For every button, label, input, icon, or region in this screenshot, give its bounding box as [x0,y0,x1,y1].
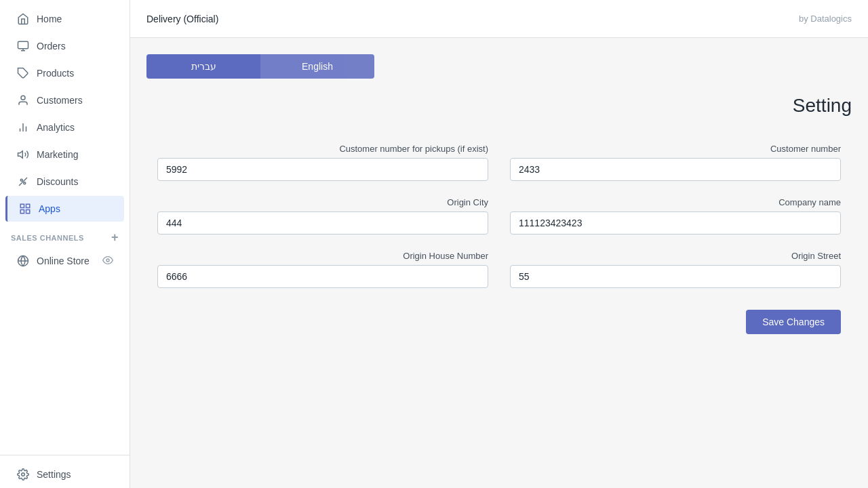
svg-rect-14 [26,210,30,214]
company-name-group: Company name [499,192,852,245]
sidebar-item-apps[interactable]: Apps [5,196,124,222]
origin-street-group: Origin Street [499,245,852,299]
settings-icon [16,468,30,481]
save-changes-button[interactable]: Save Changes [746,310,841,334]
svg-point-19 [22,473,25,476]
header-byline: by Datalogics [799,14,852,24]
sidebar-item-customers[interactable]: Customers [5,87,124,113]
company-name-input[interactable] [510,211,841,235]
sidebar-item-customers-label: Customers [37,95,83,106]
svg-point-9 [20,179,22,181]
sidebar-item-analytics-label: Analytics [37,122,75,133]
content-area: עברית English Setting Customer number fo… [130,38,868,488]
save-button-row: Save Changes [146,299,852,334]
online-store-eye-icon[interactable] [102,255,113,268]
english-tab[interactable]: English [260,54,374,79]
sidebar-item-settings[interactable]: Settings [5,462,124,487]
discounts-icon [16,175,30,188]
sidebar-item-home-label: Home [37,14,62,24]
sidebar-item-discounts[interactable]: Discounts [5,169,124,195]
svg-point-10 [24,182,26,184]
language-tabs: עברית English [146,54,374,79]
sidebar-item-orders[interactable]: Orders [5,33,124,59]
add-sales-channel-button[interactable]: + [111,230,119,245]
customer-number-pickups-label: Customer number for pickups (if exist) [157,144,488,154]
origin-street-input[interactable] [510,265,841,288]
apps-icon [18,202,32,216]
customer-number-input[interactable] [510,158,841,181]
sidebar-item-settings-label: Settings [37,469,71,480]
sidebar-item-home[interactable]: Home [5,6,124,32]
online-store-icon [16,254,30,268]
svg-marker-8 [18,151,23,159]
sidebar: Home Orders Products Customers Analytics… [0,0,130,488]
header: Delivery (Official) by Datalogics [130,0,868,38]
sidebar-item-marketing-label: Marketing [37,149,78,160]
origin-house-number-group: Origin House Number [146,245,499,299]
home-icon [16,12,30,26]
svg-point-4 [21,96,25,100]
sales-channels-section: SALES CHANNELS + [0,222,130,247]
setting-title: Setting [146,95,852,117]
origin-city-label: Origin City [157,197,488,207]
customer-number-pickups-group: Customer number for pickups (if exist) [146,138,499,192]
svg-rect-15 [20,210,24,214]
sidebar-item-analytics[interactable]: Analytics [5,115,124,140]
online-store-label: Online Store [37,256,90,266]
sidebar-bottom: Settings [0,455,130,488]
analytics-icon [16,121,30,134]
origin-house-number-input[interactable] [157,265,488,288]
sidebar-item-discounts-label: Discounts [37,176,78,187]
sidebar-item-marketing[interactable]: Marketing [5,142,124,167]
svg-rect-13 [26,204,30,207]
origin-street-label: Origin Street [510,251,841,261]
customer-number-label: Customer number [510,144,841,154]
customer-number-pickups-input[interactable] [157,158,488,181]
hebrew-tab[interactable]: עברית [146,54,260,79]
company-name-label: Company name [510,197,841,207]
origin-city-group: Origin City [146,192,499,245]
orders-icon [16,39,30,53]
svg-rect-0 [18,41,28,49]
sidebar-item-online-store[interactable]: Online Store [5,248,124,274]
marketing-icon [16,148,30,161]
sidebar-item-orders-label: Orders [37,41,66,52]
svg-line-11 [19,178,27,186]
customers-icon [16,94,30,107]
origin-city-input[interactable] [157,211,488,235]
sidebar-item-apps-label: Apps [39,203,60,214]
svg-point-18 [106,259,109,262]
settings-form: Customer number for pickups (if exist) C… [146,138,852,299]
header-title: Delivery (Official) [146,14,218,24]
customer-number-group: Customer number [499,138,852,192]
sidebar-item-products-label: Products [37,68,74,79]
svg-rect-12 [20,204,24,207]
main-content: Delivery (Official) by Datalogics עברית … [130,0,868,488]
products-icon [16,66,30,80]
origin-house-number-label: Origin House Number [157,251,488,261]
sidebar-item-products[interactable]: Products [5,60,124,86]
